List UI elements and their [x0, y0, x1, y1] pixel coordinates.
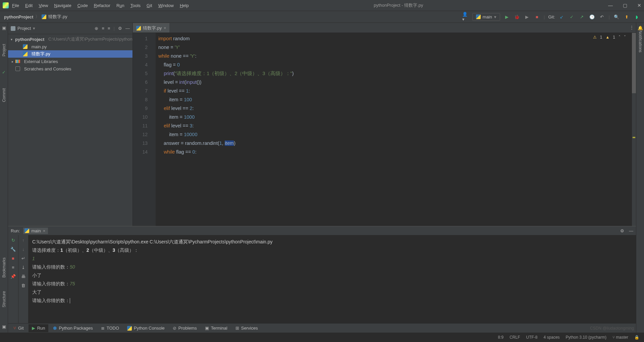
- close-button[interactable]: ✕: [637, 3, 641, 8]
- bottom-left-icon[interactable]: ▣: [2, 324, 6, 329]
- tab-notifications[interactable]: Notifications: [638, 31, 643, 52]
- tree-root[interactable]: ▾ pythonProject C:\Users\六道通冥\PycharmPro…: [8, 36, 132, 43]
- breadcrumb-file[interactable]: 猜数字.py: [48, 14, 67, 20]
- fold-column[interactable]: [151, 33, 156, 226]
- git-label: Git:: [548, 14, 555, 19]
- btab-pypkgs[interactable]: ⬢Python Packages: [50, 324, 96, 332]
- project-pane: Project ▾ ⊕ ≡ ≡ | ⚙ — ▾ python: [8, 23, 133, 226]
- menu-view[interactable]: View: [39, 3, 48, 8]
- python-file-icon: [42, 14, 46, 19]
- menu-refactor[interactable]: Refactor: [94, 3, 110, 8]
- status-lock-icon[interactable]: 🔒: [634, 335, 639, 340]
- tab-commit[interactable]: Commit: [2, 88, 6, 102]
- search-icon[interactable]: 🔍: [613, 13, 620, 20]
- menu-window[interactable]: Window: [158, 3, 174, 8]
- tab-project[interactable]: Project: [2, 44, 6, 56]
- stop-run-icon[interactable]: ■: [12, 256, 14, 261]
- code-area[interactable]: import randomnone = 'Y'while none == 'Y'…: [156, 33, 636, 226]
- commit-tool-icon[interactable]: ✓: [2, 70, 6, 75]
- close-tab-icon[interactable]: ×: [164, 26, 166, 31]
- notifications-icon[interactable]: 🔔: [638, 25, 643, 31]
- btab-terminal[interactable]: ▣Terminal: [202, 324, 231, 332]
- btab-git[interactable]: ⑂Git: [10, 324, 27, 332]
- status-indent[interactable]: 4 spaces: [544, 335, 560, 340]
- print-icon[interactable]: 🖶: [21, 274, 25, 279]
- git-push-icon[interactable]: ↗: [579, 13, 585, 20]
- status-branch[interactable]: ⑂ master: [612, 335, 628, 340]
- project-tool-icon[interactable]: ▣: [2, 25, 6, 31]
- sync-icon[interactable]: ⬆: [623, 13, 630, 20]
- trash-icon[interactable]: 🗑: [21, 283, 25, 288]
- scroll-icon[interactable]: ⤓: [21, 265, 25, 270]
- console-output[interactable]: C:\Users\六道通冥\Desktop\pycharm\Scripts\py…: [28, 235, 636, 323]
- gear-icon[interactable]: ⚙: [118, 26, 122, 31]
- run-button[interactable]: ▶: [503, 13, 510, 20]
- rerun-icon[interactable]: ↻: [11, 238, 15, 243]
- code-with-me-icon[interactable]: ◗: [633, 13, 640, 20]
- git-history-icon[interactable]: 🕒: [589, 13, 595, 20]
- coverage-button[interactable]: ▶: [524, 13, 530, 20]
- title-bar: File Edit View Navigate Code Refactor Ru…: [0, 0, 644, 11]
- down-icon[interactable]: ↓: [22, 247, 24, 252]
- app-icon: [3, 2, 9, 8]
- tabs-more-icon[interactable]: ⋮: [630, 25, 634, 30]
- editor-scrollbar[interactable]: [632, 33, 636, 226]
- tree-scratches[interactable]: Scratches and Consoles: [8, 65, 132, 72]
- btab-pyconsole[interactable]: Python Console: [124, 324, 168, 332]
- project-pane-title[interactable]: Project: [17, 26, 31, 31]
- git-update-icon[interactable]: ↙: [558, 13, 565, 20]
- folder-icon: [11, 26, 15, 31]
- locate-icon[interactable]: ⊕: [95, 26, 98, 31]
- tree-file-guess[interactable]: 猜数字.py: [8, 50, 132, 58]
- menu-code[interactable]: Code: [77, 3, 88, 8]
- minimize-button[interactable]: —: [608, 3, 613, 8]
- git-commit-icon[interactable]: ✓: [569, 13, 575, 20]
- tree-file-main[interactable]: main.py: [8, 43, 132, 50]
- status-encoding[interactable]: UTF-8: [526, 335, 538, 340]
- stop-button[interactable]: ■: [534, 13, 540, 20]
- tab-bookmarks[interactable]: Bookmarks: [2, 258, 6, 278]
- btab-run[interactable]: ▶Run: [29, 324, 49, 332]
- status-python[interactable]: Python 3.10 (pycharm): [566, 335, 606, 340]
- menu-tools[interactable]: Tools: [130, 3, 141, 8]
- hide-icon[interactable]: —: [125, 26, 130, 31]
- debug-button[interactable]: 🐞: [514, 13, 520, 20]
- maximize-button[interactable]: ▢: [623, 3, 627, 8]
- git-rollback-icon[interactable]: ↶: [599, 13, 605, 20]
- wrap-icon[interactable]: ↵: [21, 256, 25, 261]
- run-tool-window: Run: main × ⚙ — ↻ 🔧 ■ ≡ 📌: [8, 226, 636, 323]
- btab-services[interactable]: ⊞Services: [232, 324, 261, 332]
- status-eol[interactable]: CRLF: [509, 335, 520, 340]
- status-position[interactable]: 8:9: [498, 335, 504, 340]
- main-menu: File Edit View Navigate Code Refactor Ru…: [12, 3, 189, 8]
- breadcrumb-project[interactable]: pythonProject: [4, 14, 33, 19]
- run-hide-icon[interactable]: —: [629, 228, 633, 233]
- collapse-icon[interactable]: ≡: [108, 26, 110, 31]
- run-config-selector[interactable]: main ▾: [472, 13, 500, 21]
- btab-todo[interactable]: ≣TODO: [98, 324, 122, 332]
- watermark: CSDN @liudaotongming: [590, 326, 634, 331]
- menu-git[interactable]: Git: [147, 3, 152, 8]
- menu-help[interactable]: Help: [180, 3, 189, 8]
- expand-icon[interactable]: ≡: [102, 26, 104, 31]
- menu-file[interactable]: File: [12, 3, 19, 8]
- run-tab[interactable]: main ×: [23, 228, 48, 234]
- user-icon[interactable]: 👤▾: [462, 13, 469, 20]
- tree-ext-lib[interactable]: ▸ External Libraries: [8, 58, 132, 65]
- editor-tab[interactable]: 猜数字.py ×: [133, 23, 169, 33]
- menu-edit[interactable]: Edit: [25, 3, 33, 8]
- pin-icon[interactable]: 📌: [10, 274, 16, 279]
- menu-run[interactable]: Run: [116, 3, 124, 8]
- layout-icon[interactable]: ≡: [12, 265, 14, 270]
- wrench-icon[interactable]: 🔧: [10, 247, 16, 252]
- gutter[interactable]: 1234567891011121314: [133, 33, 151, 226]
- inspection-widget[interactable]: ⚠1 ▲1 ˄˅: [593, 35, 626, 40]
- menu-navigate[interactable]: Navigate: [54, 3, 71, 8]
- bottom-tool-tabs: ⑂Git ▶Run ⬢Python Packages ≣TODO Python …: [8, 323, 636, 333]
- up-icon[interactable]: ↑: [22, 238, 24, 243]
- right-tool-stripe: 🔔 Notifications: [636, 23, 644, 333]
- tab-structure[interactable]: Structure: [2, 291, 6, 307]
- run-gear-icon[interactable]: ⚙: [620, 228, 624, 233]
- run-label: Run:: [11, 228, 20, 233]
- btab-problems[interactable]: ⊘Problems: [169, 324, 200, 332]
